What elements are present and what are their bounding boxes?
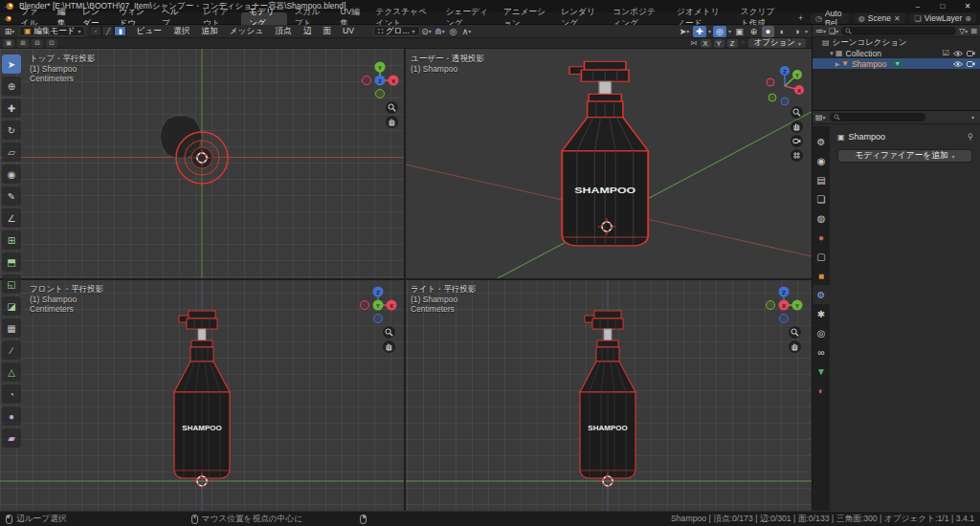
pin-icon[interactable] <box>967 133 974 141</box>
tool-button-add-cube[interactable]: ⊞ <box>2 230 21 250</box>
select-set-icon[interactable]: ▣ <box>3 39 14 48</box>
falloff-dropdown[interactable]: ∧▾ <box>460 26 474 37</box>
quad-divider-horizontal[interactable] <box>0 278 812 280</box>
properties-tab-physics[interactable]: ◎ <box>813 323 830 342</box>
filter-mode-icon[interactable]: ❏▾ <box>829 27 838 35</box>
viewport-menu[interactable]: メッシュ <box>224 26 270 37</box>
tool-button-smooth[interactable]: ● <box>2 406 21 426</box>
zoom-button[interactable] <box>383 326 395 339</box>
display-mode-icon[interactable]: ≔▾ <box>815 27 826 35</box>
nav-gizmo-perspective[interactable]: Z X Y <box>761 62 809 110</box>
properties-tab-world[interactable]: ● <box>813 228 830 247</box>
auto-rel-toggle[interactable]: ◷ Auto Rel... <box>811 13 849 24</box>
properties-tab-render[interactable]: ◉ <box>813 151 830 170</box>
new-collection-icon[interactable]: ⊞ <box>970 27 977 35</box>
outliner-row-object[interactable]: ▶ ▼ Shampoo ▼ <box>813 58 980 69</box>
editor-type-icon[interactable]: ⊞▾ <box>3 26 16 37</box>
pivot-dropdown[interactable]: ⊙▾ <box>420 26 434 37</box>
workspace-tab[interactable]: レンダリング <box>553 12 605 25</box>
tool-button-measure[interactable]: ∠ <box>2 208 21 228</box>
viewport-menu[interactable]: ビュー <box>130 26 167 37</box>
collapse-caret-icon[interactable]: ▶ <box>834 60 841 67</box>
mirror-y-button[interactable]: Y <box>714 39 724 48</box>
select-subtract-icon[interactable]: ⊟ <box>32 39 43 48</box>
tool-button-transform[interactable]: ◉ <box>2 164 21 184</box>
zoom-button[interactable] <box>789 326 801 339</box>
shading-wireframe-button[interactable]: ⊕ <box>747 26 760 37</box>
viewport-menu[interactable]: 頂点 <box>269 26 297 37</box>
properties-tab-object-data[interactable]: ▼ <box>813 362 830 381</box>
hide-eye-icon[interactable] <box>953 61 963 67</box>
zoom-button[interactable] <box>386 101 398 114</box>
outliner-row-collection[interactable]: ▼ ▦ Collection ☑ <box>813 48 980 58</box>
workspace-tab[interactable]: シェーディング <box>438 12 496 25</box>
workspace-tab[interactable]: テクスチャペイント <box>368 12 437 25</box>
properties-tab-material[interactable]: ◐ <box>813 381 830 400</box>
show-gizmo-dropdown[interactable]: ➤▾ <box>678 26 691 37</box>
tool-button-poly-build[interactable]: △ <box>2 362 21 382</box>
tool-button-rotate[interactable]: ↻ <box>2 121 21 140</box>
pan-button[interactable] <box>791 121 803 133</box>
select-mode-button-edge-select[interactable]: ╱ <box>101 26 114 36</box>
window-control-button-minimize[interactable]: – <box>905 0 930 12</box>
viewport-menu[interactable]: 選択 <box>167 26 195 37</box>
properties-tab-modifiers[interactable]: ⚙ <box>813 285 830 304</box>
pan-button[interactable] <box>386 116 398 128</box>
viewport-menu[interactable]: 辺 <box>298 26 318 37</box>
select-mode-button-face-select[interactable]: ▮ <box>114 26 126 36</box>
properties-tab-scene[interactable]: ◍ <box>813 208 830 228</box>
render-camera-icon[interactable] <box>967 60 975 67</box>
snap-magnet-icon[interactable]: ⋒▾ <box>434 26 447 37</box>
properties-tab-collection[interactable]: ▢ <box>813 247 830 266</box>
tool-button-knife[interactable]: ∕ <box>2 340 21 360</box>
tool-button-tweak-select[interactable]: ➤ <box>2 55 21 74</box>
viewport-menu[interactable]: UV <box>337 26 360 37</box>
grid-toggle-button[interactable] <box>791 149 803 162</box>
shading-solid-button[interactable]: ● <box>762 26 774 37</box>
workspace-tab[interactable]: レイアウト <box>195 12 241 25</box>
mirror-x-button[interactable]: X <box>701 39 711 48</box>
tool-button-loop-cut[interactable]: ▦ <box>2 318 21 338</box>
outliner-search-input[interactable] <box>841 27 956 35</box>
mode-dropdown[interactable]: ▣ 編集モード▾ <box>19 26 85 36</box>
nav-gizmo-top[interactable]: Y X Z <box>358 58 402 102</box>
render-camera-icon[interactable] <box>967 50 975 56</box>
zoom-button[interactable] <box>791 106 803 119</box>
overlays-toggle[interactable]: ◎ <box>713 26 726 37</box>
workspace-tab[interactable]: スクリプト作成 <box>733 12 791 25</box>
properties-tab-output[interactable]: ▤ <box>813 170 830 189</box>
properties-tab-tool[interactable]: ⚙ <box>813 132 830 151</box>
select-mode-button-vertex-select[interactable]: ◦ <box>89 26 101 36</box>
window-control-button-maximize[interactable]: □ <box>930 0 955 12</box>
viewlayer-selector[interactable]: ❏ ViewLayer ⊕ <box>910 13 976 24</box>
workspace-tab[interactable]: ジオメトリノード <box>669 12 733 25</box>
tool-button-shear[interactable]: ▰ <box>2 428 21 448</box>
gizmos-toggle[interactable]: ✚ <box>693 26 706 37</box>
viewport-canvas[interactable]: SHAMPOO <box>0 49 812 511</box>
tool-button-spin[interactable]: ◔ <box>2 384 21 404</box>
xray-toggle[interactable]: ▣ <box>733 26 746 37</box>
pan-button[interactable] <box>383 340 395 353</box>
tool-button-bevel[interactable]: ◪ <box>2 296 21 316</box>
unlink-icon[interactable]: ✕ <box>894 14 901 23</box>
tool-button-move[interactable]: ✚ <box>2 99 21 118</box>
viewport-menu[interactable]: 追加 <box>195 26 223 37</box>
workspace-tab[interactable]: スカルプト <box>287 12 333 25</box>
properties-tab-view-layer[interactable]: ❏ <box>813 189 830 208</box>
hide-eye-icon[interactable] <box>953 51 963 56</box>
filter-funnel-icon[interactable]: ▽▾ <box>959 27 968 35</box>
properties-tab-object[interactable]: ■ <box>813 266 830 285</box>
pan-button[interactable] <box>789 340 801 353</box>
nav-gizmo-right[interactable]: Z Y X <box>762 283 806 327</box>
workspace-tab[interactable]: UV編集 <box>332 12 368 25</box>
proportional-edit-icon[interactable]: ◎ <box>447 26 460 37</box>
editor-type-icon[interactable]: ▤▾ <box>815 113 826 121</box>
workspace-tab[interactable]: コンポジティング <box>605 12 669 25</box>
new-layer-icon[interactable]: ⊕ <box>965 14 971 23</box>
expand-caret-icon[interactable]: ▼ <box>828 51 835 56</box>
camera-view-button[interactable] <box>791 135 803 147</box>
outliner-row-scene-collection[interactable]: ▤ シーンコレクション <box>813 37 980 48</box>
scene-selector[interactable]: ◍ Scene ✕ <box>854 13 905 24</box>
options-dropdown[interactable]: オプション▾ <box>748 38 806 48</box>
shading-material-button[interactable]: ◐ <box>776 26 789 37</box>
